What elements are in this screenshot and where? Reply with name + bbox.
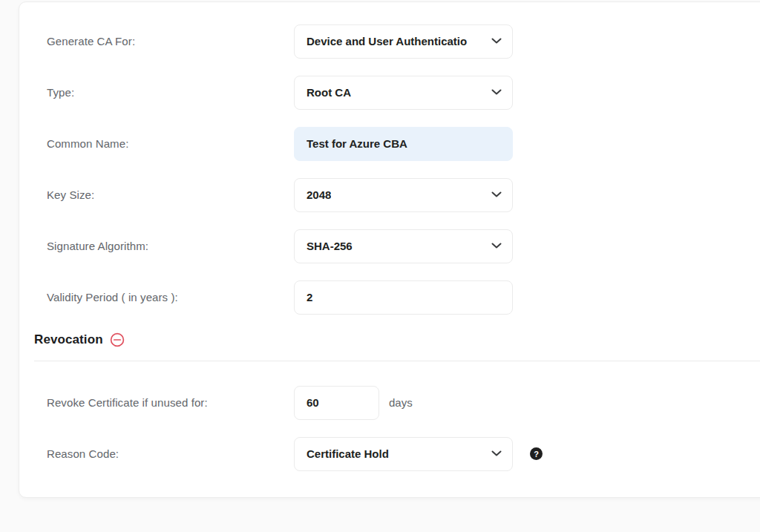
collapse-section-button[interactable] — [110, 332, 125, 347]
form-row: Type: Root CA — [34, 67, 760, 118]
select-value: Certificate Hold — [307, 447, 389, 460]
chevron-down-icon — [491, 191, 502, 198]
select-value: SHA-256 — [307, 240, 353, 252]
chevron-down-icon — [491, 38, 502, 45]
chevron-down-icon — [491, 243, 502, 249]
form-row: Common Name: — [34, 118, 760, 169]
signature-algorithm-select[interactable]: SHA-256 — [294, 229, 513, 263]
field-label: Key Size: — [47, 188, 294, 201]
common-name-input[interactable] — [294, 127, 513, 161]
revocation-section-header: Revocation — [34, 329, 760, 350]
form-row: Revoke Certificate if unused for: days — [34, 377, 760, 428]
form-row: Generate CA For: Device and User Authent… — [34, 16, 760, 67]
revoke-unused-days-input[interactable] — [294, 386, 379, 420]
select-value: Root CA — [307, 86, 351, 99]
field-label: Generate CA For: — [47, 35, 294, 47]
field-label: Type: — [47, 86, 294, 99]
select-value: 2048 — [307, 188, 331, 201]
revocation-section-body: Revoke Certificate if unused for: days R… — [34, 377, 760, 479]
generate-ca-for-select[interactable]: Device and User Authenticatio — [294, 24, 513, 59]
validity-period-input[interactable] — [294, 280, 513, 315]
type-select[interactable]: Root CA — [294, 76, 513, 110]
days-suffix-label: days — [389, 396, 413, 409]
form-row: Validity Period ( in years ): — [34, 272, 760, 323]
minus-circle-icon — [110, 332, 125, 347]
section-divider — [34, 361, 760, 361]
field-label: Common Name: — [47, 137, 294, 150]
reason-code-select[interactable]: Certificate Hold — [294, 437, 513, 471]
key-size-select[interactable]: 2048 — [294, 178, 513, 212]
form-row: Key Size: 2048 — [34, 169, 760, 220]
section-title: Revocation — [34, 332, 103, 347]
field-label: Revoke Certificate if unused for: — [47, 396, 294, 409]
chevron-down-icon — [491, 89, 502, 96]
field-label: Signature Algorithm: — [47, 240, 294, 252]
question-mark-icon[interactable]: ? — [530, 447, 543, 460]
chevron-down-icon — [491, 450, 502, 457]
select-value: Device and User Authenticatio — [307, 35, 467, 47]
generate-ca-form-card: Generate CA For: Device and User Authent… — [19, 1, 760, 498]
form-row: Signature Algorithm: SHA-256 — [34, 220, 760, 272]
form-row: Reason Code: Certificate Hold ? — [34, 428, 760, 479]
field-label: Validity Period ( in years ): — [47, 291, 294, 303]
field-label: Reason Code: — [47, 447, 294, 460]
